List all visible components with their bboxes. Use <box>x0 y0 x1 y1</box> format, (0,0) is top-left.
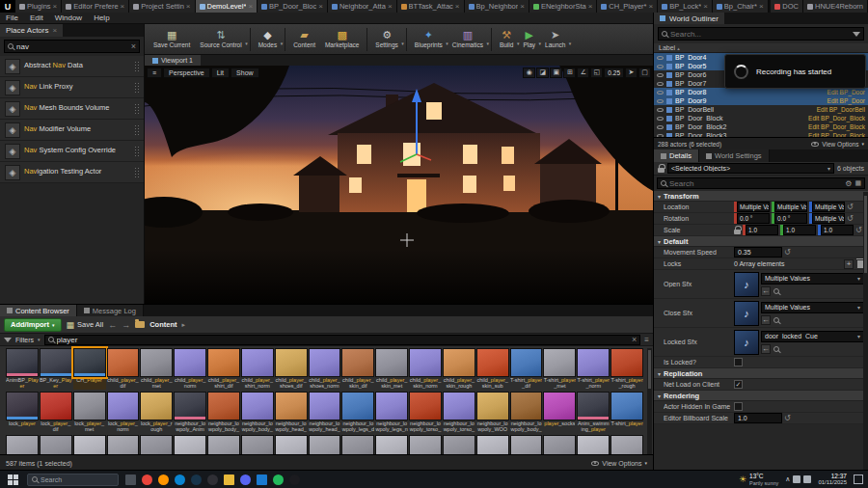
window-tab-doc[interactable]: DOC <box>771 0 803 13</box>
asset-dropdown[interactable]: Multiple Values▾ <box>761 302 864 313</box>
asset-item[interactable]: neighbour_lowpoly_body_WOOD <box>510 392 543 433</box>
camera-speed-icon[interactable]: ➤ <box>625 68 637 78</box>
asset-item[interactable]: child_player_skin_sub <box>476 348 509 390</box>
section-header-rendering[interactable]: ▾Rendering <box>654 391 868 401</box>
unreal-engine-icon[interactable] <box>289 474 300 485</box>
asset-item[interactable] <box>543 435 576 454</box>
network-icon[interactable] <box>793 475 800 483</box>
outliner-row[interactable]: BP_Door_BlockEdit BP_Door_Block <box>654 114 868 122</box>
discord-icon[interactable] <box>240 474 251 485</box>
close-tab-icon[interactable]: × <box>520 3 525 11</box>
content-browser-tab[interactable]: Content Browser <box>0 305 77 316</box>
asset-item[interactable] <box>577 435 610 454</box>
view-settings-icon[interactable]: ≡ <box>644 336 649 344</box>
task-view-icon[interactable] <box>125 474 136 485</box>
toolbar-play-button[interactable]: ▶Play▾ <box>518 29 540 49</box>
content-view-options[interactable]: View Options ▾ <box>591 460 647 467</box>
toolbar-build-button[interactable]: ⚒Build▾ <box>495 29 518 49</box>
outliner-filter-icon[interactable] <box>853 32 860 37</box>
outliner-row[interactable]: BP_DoorBellEdit BP_DoorBell <box>654 105 868 114</box>
save-all-button[interactable]: ▦ Save All <box>67 320 104 330</box>
asset-item[interactable]: lock_player_rough <box>140 392 173 433</box>
asset-item[interactable]: neighbour_lowpoly_WOOD <box>476 392 509 433</box>
place-actor-item[interactable]: ◈Nav Link Proxy <box>0 77 144 98</box>
asset-item[interactable]: neighbour_lowpoly_Anim <box>174 392 206 433</box>
toolbar-modes-button[interactable]: ◆Modes▾ <box>254 29 283 49</box>
viewport-perspective-button[interactable]: Perspective <box>163 68 210 78</box>
asset-item[interactable]: child_player_skin_met <box>375 348 408 390</box>
visibility-eye-icon[interactable] <box>657 99 664 103</box>
window-tab-project-settin[interactable]: Project Settin× <box>129 0 195 13</box>
asset-item[interactable]: T-shirt_player <box>610 392 643 433</box>
asset-item[interactable] <box>73 435 106 454</box>
asset-item[interactable] <box>107 435 140 454</box>
close-panel-icon[interactable]: × <box>52 27 57 35</box>
use-selected-asset-icon[interactable]: ← <box>761 344 771 354</box>
toolbar-source-control-button[interactable]: ⇅Source Control▾ <box>195 29 246 49</box>
z-value-field[interactable]: 1.0 <box>821 225 854 235</box>
menu-edit[interactable]: Edit <box>24 14 49 22</box>
unreal-logo-icon[interactable]: U <box>0 0 15 13</box>
browse-to-asset-icon[interactable] <box>773 288 779 294</box>
steam-icon[interactable] <box>191 474 202 485</box>
asset-item[interactable]: player_socks <box>543 392 576 433</box>
tray-chevron-icon[interactable]: ∧ <box>785 475 790 483</box>
asset-item[interactable]: child_player_shirt_norm <box>241 348 274 390</box>
asset-search-input[interactable] <box>57 336 629 344</box>
section-header-replication[interactable]: ▾Replication <box>654 368 868 379</box>
clear-search-icon[interactable]: × <box>131 42 136 51</box>
spotify-icon[interactable] <box>273 474 284 485</box>
edit-actor-link[interactable]: Edit BP_Door <box>827 97 865 104</box>
asset-item[interactable] <box>309 435 341 454</box>
asset-grid-scrollbar[interactable] <box>647 348 652 454</box>
toolbar-launch-button[interactable]: ➤Launch▾ <box>540 29 570 49</box>
x-value-field[interactable]: Multiple Val <box>737 202 770 212</box>
world-settings-tab[interactable]: World Settings <box>699 149 770 162</box>
content-path-breadcrumb[interactable]: Content <box>149 320 176 329</box>
edit-actor-link[interactable]: Edit BP_DoorBell <box>817 106 865 113</box>
browser-icon[interactable] <box>142 474 152 485</box>
window-tab-ch-player[interactable]: CH_Player*× <box>597 0 658 13</box>
details-tab[interactable]: Details <box>654 149 699 162</box>
window-tab-neighbor-atta[interactable]: Neighbor_Atta× <box>328 0 397 13</box>
details-scrollbar[interactable] <box>863 192 868 470</box>
asset-item[interactable]: CH_Player <box>73 348 106 390</box>
message-log-tab[interactable]: Message Log <box>77 305 144 316</box>
close-tab-icon[interactable]: × <box>703 3 708 11</box>
window-tab-eneighborsta[interactable]: ENeighborSta× <box>529 0 597 13</box>
z-value-field[interactable]: Multiple Val <box>812 202 845 212</box>
details-search-input[interactable] <box>669 179 842 188</box>
place-actors-search-input[interactable] <box>16 42 128 51</box>
place-actors-tab[interactable]: Place Actors × <box>0 24 63 37</box>
edit-actor-link[interactable]: Edit BP_Door_Block <box>808 115 865 122</box>
menu-help[interactable]: Help <box>88 14 115 22</box>
screenshot-icon[interactable]: ▣ <box>550 68 562 78</box>
world-outliner-tab[interactable]: World Outliner <box>654 13 724 24</box>
asset-item[interactable]: neighbour_lowpoly_body_dif <box>207 392 240 433</box>
outliner-search-input[interactable] <box>670 30 850 39</box>
asset-item[interactable]: child_player_shoes_dif <box>275 348 308 390</box>
asset-dropdown[interactable]: Multiple Values▾ <box>761 273 864 285</box>
asset-dropdown[interactable]: door_locked_Cue▾ <box>761 331 864 342</box>
asset-item[interactable]: neighbour_lowpoly_torso_norm <box>443 392 475 433</box>
reset-to-default-icon[interactable]: ↺ <box>847 215 854 223</box>
asset-item[interactable] <box>275 435 308 454</box>
asset-item[interactable]: lock_player <box>6 392 39 433</box>
window-tab-editor-prefere[interactable]: Editor Prefere× <box>62 0 129 13</box>
close-tab-icon[interactable]: × <box>121 3 125 11</box>
asset-item[interactable]: Anim_swimming_player <box>577 392 610 433</box>
toolbar-save-current-button[interactable]: ▦Save Current <box>149 29 195 49</box>
details-settings-gear-icon[interactable]: ⚙ <box>845 179 852 188</box>
scale-snap-icon[interactable]: ◱ <box>590 68 603 78</box>
taskbar-search-box[interactable]: Search <box>27 474 119 486</box>
edit-actor-link[interactable]: Edit BP_Door <box>827 89 865 95</box>
x-value-field[interactable]: 0.0 ° <box>737 213 770 224</box>
asset-item[interactable]: lock_player_norm <box>107 392 140 433</box>
place-actor-item[interactable]: ◈Nav Modifier Volume <box>0 120 144 141</box>
visibility-eye-icon[interactable] <box>657 82 664 86</box>
place-actor-item[interactable]: ◈Navigation Testing Actor <box>0 162 144 183</box>
close-tab-icon[interactable]: × <box>649 3 654 11</box>
asset-item[interactable] <box>341 435 374 454</box>
toolbar-marketplace-button[interactable]: ▩Marketplace <box>320 29 364 49</box>
maximize-icon[interactable]: ▢ <box>638 68 651 78</box>
